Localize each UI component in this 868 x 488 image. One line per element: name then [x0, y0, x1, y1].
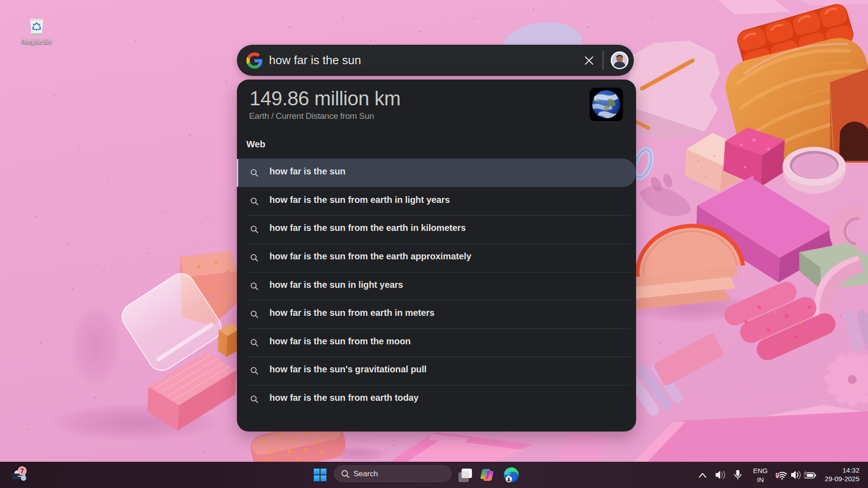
- svg-text:7: 7: [20, 467, 24, 474]
